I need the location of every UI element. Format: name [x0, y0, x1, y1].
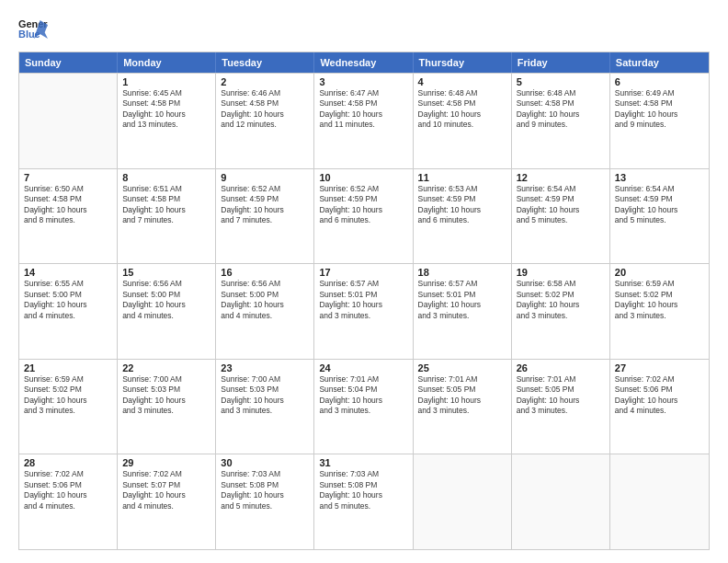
cell-info-line: Sunrise: 6:49 AM — [615, 88, 704, 98]
cell-info-line: Sunset: 5:00 PM — [24, 290, 112, 300]
day-number: 3 — [319, 76, 407, 87]
day-number: 4 — [418, 76, 506, 87]
calendar-day-cell: 5Sunrise: 6:48 AMSunset: 4:58 PMDaylight… — [512, 74, 610, 168]
cell-info-line: Sunrise: 6:54 AM — [517, 184, 605, 194]
cell-info-line: Sunset: 4:58 PM — [418, 98, 506, 109]
day-number: 20 — [615, 267, 704, 278]
cell-info-line: Daylight: 10 hours — [418, 205, 506, 215]
cell-info-line: and 5 minutes. — [319, 501, 407, 511]
cell-info-line: Sunrise: 7:00 AM — [221, 374, 309, 385]
day-number: 6 — [615, 76, 704, 87]
cell-info-line: Daylight: 10 hours — [517, 300, 605, 310]
cell-info-line: Daylight: 10 hours — [122, 109, 210, 120]
page: General Blue SundayMondayTuesdayWednesda… — [0, 0, 728, 563]
cell-info-line: and 3 minutes. — [319, 311, 407, 321]
calendar-day-cell: 30Sunrise: 7:03 AMSunset: 5:08 PMDayligh… — [216, 454, 314, 549]
calendar-day-cell: 8Sunrise: 6:51 AMSunset: 4:58 PMDaylight… — [118, 169, 216, 264]
cell-info-line: and 5 minutes. — [615, 215, 704, 225]
cell-info-line: Sunrise: 7:01 AM — [517, 374, 605, 385]
cell-info-line: Sunrise: 6:47 AM — [319, 88, 407, 98]
calendar-empty-cell — [19, 74, 118, 168]
calendar-header-day: Sunday — [19, 52, 118, 73]
calendar-empty-cell — [414, 454, 512, 549]
cell-info-line: and 5 minutes. — [517, 215, 605, 225]
cell-info-line: and 3 minutes. — [122, 406, 210, 416]
cell-info-line: Daylight: 10 hours — [319, 109, 407, 120]
cell-info-line: Sunrise: 6:52 AM — [319, 184, 407, 194]
cell-info-line: Daylight: 10 hours — [221, 300, 309, 310]
cell-info-line: Daylight: 10 hours — [24, 490, 112, 500]
cell-info-line: Sunset: 5:02 PM — [517, 290, 605, 300]
day-number: 13 — [615, 172, 704, 183]
cell-info-line: and 11 minutes. — [319, 120, 407, 130]
day-number: 22 — [122, 362, 210, 373]
calendar-day-cell: 3Sunrise: 6:47 AMSunset: 4:58 PMDaylight… — [314, 74, 413, 168]
cell-info-line: Daylight: 10 hours — [221, 205, 309, 215]
calendar-header-day: Wednesday — [314, 52, 413, 73]
calendar-header-day: Saturday — [610, 52, 709, 73]
day-number: 26 — [517, 362, 605, 373]
cell-info-line: and 8 minutes. — [24, 215, 112, 225]
cell-info-line: Sunrise: 6:50 AM — [24, 184, 112, 194]
calendar-day-cell: 18Sunrise: 6:57 AMSunset: 5:01 PMDayligh… — [414, 264, 512, 359]
header: General Blue — [18, 17, 710, 42]
cell-info-line: Sunset: 4:58 PM — [615, 98, 704, 109]
cell-info-line: Daylight: 10 hours — [24, 205, 112, 215]
cell-info-line: Daylight: 10 hours — [418, 109, 506, 120]
calendar-day-cell: 12Sunrise: 6:54 AMSunset: 4:59 PMDayligh… — [512, 169, 610, 264]
calendar-empty-cell — [512, 454, 610, 549]
cell-info-line: Sunrise: 7:03 AM — [221, 469, 309, 479]
cell-info-line: Sunset: 4:58 PM — [122, 194, 210, 204]
day-number: 14 — [24, 267, 112, 278]
cell-info-line: and 3 minutes. — [221, 406, 309, 416]
cell-info-line: Sunset: 5:06 PM — [615, 385, 704, 395]
cell-info-line: and 5 minutes. — [221, 501, 309, 511]
cell-info-line: Daylight: 10 hours — [122, 396, 210, 406]
calendar-day-cell: 19Sunrise: 6:58 AMSunset: 5:02 PMDayligh… — [512, 264, 610, 359]
cell-info-line: Daylight: 10 hours — [319, 490, 407, 500]
cell-info-line: Sunrise: 6:59 AM — [24, 374, 112, 385]
cell-info-line: Sunrise: 7:03 AM — [319, 469, 407, 479]
calendar-day-cell: 13Sunrise: 6:54 AMSunset: 4:59 PMDayligh… — [610, 169, 709, 264]
cell-info-line: Daylight: 10 hours — [517, 396, 605, 406]
calendar-day-cell: 16Sunrise: 6:56 AMSunset: 5:00 PMDayligh… — [216, 264, 314, 359]
cell-info-line: Sunset: 4:59 PM — [319, 194, 407, 204]
calendar-day-cell: 28Sunrise: 7:02 AMSunset: 5:06 PMDayligh… — [19, 454, 118, 549]
cell-info-line: Daylight: 10 hours — [418, 396, 506, 406]
day-number: 25 — [418, 362, 506, 373]
cell-info-line: Sunrise: 6:57 AM — [319, 279, 407, 289]
cell-info-line: Sunrise: 6:56 AM — [122, 279, 210, 289]
cell-info-line: Daylight: 10 hours — [615, 205, 704, 215]
calendar-row: 28Sunrise: 7:02 AMSunset: 5:06 PMDayligh… — [19, 454, 709, 549]
calendar-day-cell: 27Sunrise: 7:02 AMSunset: 5:06 PMDayligh… — [610, 360, 709, 454]
cell-info-line: Sunset: 5:00 PM — [221, 290, 309, 300]
day-number: 17 — [319, 267, 407, 278]
day-number: 12 — [517, 172, 605, 183]
cell-info-line: Daylight: 10 hours — [221, 396, 309, 406]
cell-info-line: Sunrise: 6:58 AM — [517, 279, 605, 289]
cell-info-line: Sunset: 5:03 PM — [221, 385, 309, 395]
cell-info-line: and 4 minutes. — [122, 311, 210, 321]
calendar-day-cell: 20Sunrise: 6:59 AMSunset: 5:02 PMDayligh… — [610, 264, 709, 359]
calendar-day-cell: 23Sunrise: 7:00 AMSunset: 5:03 PMDayligh… — [216, 360, 314, 454]
cell-info-line: Sunset: 5:08 PM — [221, 480, 309, 490]
cell-info-line: Sunrise: 6:48 AM — [517, 88, 605, 98]
cell-info-line: and 4 minutes. — [24, 501, 112, 511]
cell-info-line: Sunset: 4:58 PM — [24, 194, 112, 204]
calendar-day-cell: 11Sunrise: 6:53 AMSunset: 4:59 PMDayligh… — [414, 169, 512, 264]
calendar-day-cell: 4Sunrise: 6:48 AMSunset: 4:58 PMDaylight… — [414, 74, 512, 168]
cell-info-line: Daylight: 10 hours — [122, 490, 210, 500]
cell-info-line: Daylight: 10 hours — [319, 205, 407, 215]
cell-info-line: Sunrise: 6:59 AM — [615, 279, 704, 289]
cell-info-line: Daylight: 10 hours — [319, 300, 407, 310]
logo: General Blue — [18, 17, 48, 42]
calendar-day-cell: 26Sunrise: 7:01 AMSunset: 5:05 PMDayligh… — [512, 360, 610, 454]
cell-info-line: and 4 minutes. — [221, 311, 309, 321]
calendar-day-cell: 21Sunrise: 6:59 AMSunset: 5:02 PMDayligh… — [19, 360, 118, 454]
cell-info-line: Sunset: 5:02 PM — [24, 385, 112, 395]
cell-info-line: Daylight: 10 hours — [319, 396, 407, 406]
cell-info-line: Sunset: 5:01 PM — [319, 290, 407, 300]
cell-info-line: Sunrise: 7:02 AM — [24, 469, 112, 479]
day-number: 16 — [221, 267, 309, 278]
cell-info-line: and 4 minutes. — [24, 311, 112, 321]
